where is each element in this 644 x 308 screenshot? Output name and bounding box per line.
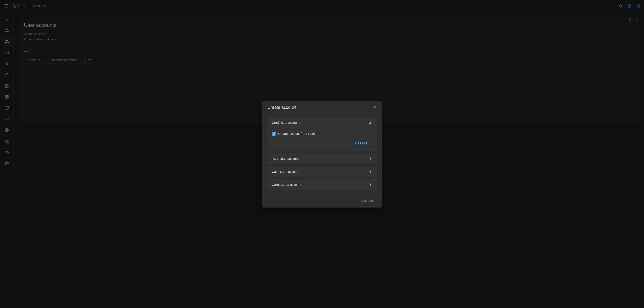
accordion-credit-card: Credit card account ▲ Create account fro… [268,117,376,151]
accordion-cash-loan-label: Cash Loan account [272,170,299,174]
create-from-cache-label: Create account from cache [278,132,316,135]
accordion-pos-loan-chevron: ▼ [368,156,372,161]
checkbox-row: Create account from cache [272,132,372,136]
accordion-garantizada-header[interactable]: Garantizada account ▼ [268,179,376,190]
accordion-garantizada: Garantizada account ▼ [268,179,376,190]
modal-body: Credit card account ▲ Create account fro… [262,113,382,194]
create-account-modal: Create account ✕ Credit card account ▲ C… [262,101,382,208]
accordion-credit-card-content: Create account from cache CREATE [268,128,376,151]
accordion-garantizada-label: Garantizada account [272,183,301,186]
modal-title: Create account [268,105,296,110]
accordion-cash-loan: Cash Loan account ▼ [268,166,376,177]
accordion-pos-loan: POS Loan account ▼ [268,153,376,164]
accordion-garantizada-chevron: ▼ [368,182,372,187]
create-button[interactable]: CREATE [351,140,372,147]
accordion-cash-loan-chevron: ▼ [368,169,372,174]
create-btn-row: CREATE [272,140,372,147]
accordion-credit-card-header[interactable]: Credit card account ▲ [268,117,376,128]
accordion-cash-loan-header[interactable]: Cash Loan account ▼ [268,166,376,177]
accordion-pos-loan-label: POS Loan account [272,157,298,161]
modal-header: Create account ✕ [262,101,382,113]
accordion-pos-loan-header[interactable]: POS Loan account ▼ [268,153,376,164]
accordion-credit-card-label: Credit card account [272,121,300,124]
modal-footer: CANCEL [262,194,382,208]
accordion-credit-card-chevron: ▲ [368,120,372,125]
modal-close-button[interactable]: ✕ [373,105,376,110]
create-from-cache-checkbox[interactable] [272,132,276,136]
cancel-button[interactable]: CANCEL [358,197,376,204]
modal-overlay[interactable]: Create account ✕ Credit card account ▲ C… [0,0,644,308]
